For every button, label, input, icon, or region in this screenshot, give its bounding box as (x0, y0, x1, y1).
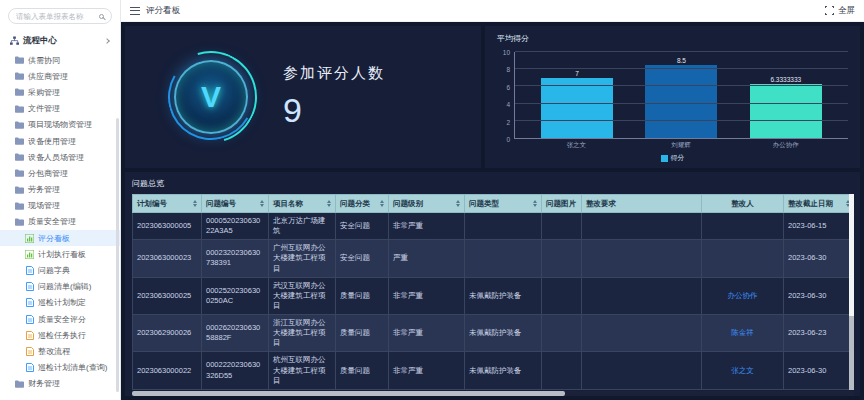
fullscreen-button[interactable]: 全屏 (825, 5, 855, 17)
folder-icon (15, 120, 24, 129)
search-input[interactable] (16, 12, 98, 21)
y-tick-label: 2 (506, 118, 510, 125)
table-row[interactable]: 20230630000220002220230630326D55杭州互联网办公大… (133, 352, 855, 389)
sort-icon[interactable] (380, 200, 384, 207)
top-panels: V 参加评分人数 9 平均得分 0246810 78.56.3333333 (125, 26, 860, 168)
sidebar-scrollbar[interactable] (116, 118, 119, 392)
sidebar-item-sub[interactable]: 巡检计划制定 (0, 295, 120, 311)
sort-icon[interactable] (456, 200, 460, 207)
assignee-link[interactable]: 办公协作 (728, 291, 758, 300)
column-header-label: 问题图片 (546, 199, 576, 209)
sidebar-item-folder[interactable]: 文件管理 (0, 101, 120, 117)
column-header[interactable]: 整改要求 (582, 195, 702, 213)
table-horizontal-scrollbar[interactable] (132, 391, 854, 396)
sidebar-item-folder[interactable]: 采购管理 (0, 84, 120, 100)
cell-has-image (542, 277, 582, 314)
column-header[interactable]: 问题编号 (202, 195, 269, 213)
cell-has-image (542, 352, 582, 389)
column-header[interactable]: 问题类型 (465, 195, 542, 213)
sidebar-item-label: 设备人员场管理 (28, 152, 84, 163)
y-tick-label: 8 (506, 66, 510, 73)
sidebar-item-folder[interactable]: 劳务管理 (0, 182, 120, 198)
sidebar-item-sub[interactable]: 巡检计划清单(查询) (0, 360, 120, 376)
bar[interactable] (645, 65, 717, 138)
cell-level: 严重 (389, 240, 465, 277)
sidebar-item-folder[interactable]: 设备人员场管理 (0, 149, 120, 165)
sidebar-item-folder[interactable]: 供需协同 (0, 52, 120, 68)
cell-requirement (582, 315, 702, 352)
sidebar-item-folder[interactable]: 设备使用管理 (0, 133, 120, 149)
sort-icon[interactable] (533, 200, 537, 207)
sidebar-item-process-center[interactable]: 流程中心 (0, 30, 120, 52)
score-badge-icon: V (165, 51, 257, 143)
cell-plan-no: 2023063000022 (133, 352, 202, 389)
bar[interactable] (541, 78, 613, 138)
sidebar-item-folder[interactable]: 供应商管理 (0, 68, 120, 84)
column-header-label: 计划编号 (137, 199, 167, 209)
sidebar-item-sub[interactable]: 问题清单(编辑) (0, 279, 120, 295)
x-tick-label: 办公协作 (750, 141, 822, 150)
cell-has-image (542, 213, 582, 240)
sidebar-item-sub[interactable]: 计划执行看板 (0, 246, 120, 262)
sidebar-item-label: 巡检计划清单(查询) (38, 362, 107, 373)
fullscreen-label: 全屏 (838, 5, 855, 17)
sidebar-item-label: 评分看板 (38, 233, 70, 244)
sidebar-item-folder[interactable]: 财务管理 (0, 376, 120, 392)
sidebar-item-label: 供应商管理 (28, 71, 68, 82)
assignee-link[interactable]: 张之文 (731, 366, 754, 375)
sidebar-item-sub[interactable]: 评分看板 (0, 230, 120, 246)
column-header[interactable]: 问题分类 (336, 195, 389, 213)
column-header[interactable]: 整改人 (702, 195, 784, 213)
cell-has-image (542, 240, 582, 277)
sidebar-item-label: 财务管理 (28, 378, 60, 389)
cell-plan-no: 2023063000005 (133, 213, 202, 240)
sort-icon[interactable] (327, 200, 331, 207)
column-header[interactable]: 计划编号 (133, 195, 202, 213)
table-vertical-scrollbar[interactable] (849, 194, 854, 390)
sidebar-item-label: 巡检任务执行 (38, 330, 86, 341)
table-row[interactable]: 2023062900026000262023063058882F浙江互联网办公大… (133, 315, 855, 352)
sidebar-item-sub[interactable]: 质量安全评分 (0, 311, 120, 327)
menu-icon[interactable] (130, 7, 140, 15)
sidebar-search[interactable] (8, 8, 112, 24)
table-row[interactable]: 20230630000230002320230630738391广州互联网办公大… (133, 240, 855, 277)
assignee-link[interactable]: 陈金祥 (731, 328, 754, 337)
chart-x-labels: 张之文刘耀辉办公协作 (514, 141, 848, 150)
sidebar-item-sub[interactable]: 问题字典 (0, 262, 120, 278)
cell-issue-no: 00025202306300250AC (202, 277, 269, 314)
column-header[interactable]: 问题图片 (542, 195, 582, 213)
sort-icon[interactable] (260, 200, 264, 207)
sort-icon[interactable] (193, 200, 197, 207)
sidebar-item-folder[interactable]: 质量安全管理 (0, 214, 120, 230)
sidebar-item-sub[interactable]: 整改流程 (0, 343, 120, 359)
sidebar-item-label: 项目现场物资管理 (28, 119, 92, 130)
cell-type: 未佩戴防护装备 (465, 389, 542, 390)
chart-legend[interactable]: 得分 (497, 153, 848, 163)
cell-level: 非常严重 (389, 315, 465, 352)
cell-requirement (582, 240, 702, 277)
column-header-label: 项目名称 (273, 199, 303, 209)
sidebar-item-sub[interactable]: 巡检任务执行 (0, 327, 120, 343)
column-header[interactable]: 整改截止日期 (784, 195, 855, 213)
sidebar-item-folder[interactable]: 现场管理 (0, 198, 120, 214)
bar[interactable] (750, 84, 822, 138)
table-row[interactable]: 2023062600008000082023062825FF32test1项目质… (133, 389, 855, 390)
document-icon (25, 363, 34, 372)
cell-assignee: 陈金祥 (702, 315, 784, 352)
column-header-label: 问题类型 (469, 199, 499, 209)
table-row[interactable]: 202306300002500025202306300250AC武汉互联网办公大… (133, 277, 855, 314)
x-tick-label: 张之文 (540, 141, 612, 150)
fullscreen-icon (825, 6, 834, 15)
sidebar-item-folder[interactable]: 分包商管理 (0, 165, 120, 181)
sidebar-item-label: 计划执行看板 (38, 249, 86, 260)
kpi-value: 9 (283, 91, 385, 130)
column-header[interactable]: 问题级别 (389, 195, 465, 213)
table-row[interactable]: 2023063000005000052023063022A3A5北京万达广场建筑… (133, 213, 855, 240)
sidebar-item-folder[interactable]: 项目现场物资管理 (0, 117, 120, 133)
column-header[interactable]: 项目名称 (269, 195, 336, 213)
cell-type: 未佩戴防护装备 (465, 277, 542, 314)
cell-requirement (582, 277, 702, 314)
cell-requirement (582, 352, 702, 389)
cell-type (465, 213, 542, 240)
cell-project: 浙江互联网办公大楼建筑工程项目 (269, 315, 336, 352)
